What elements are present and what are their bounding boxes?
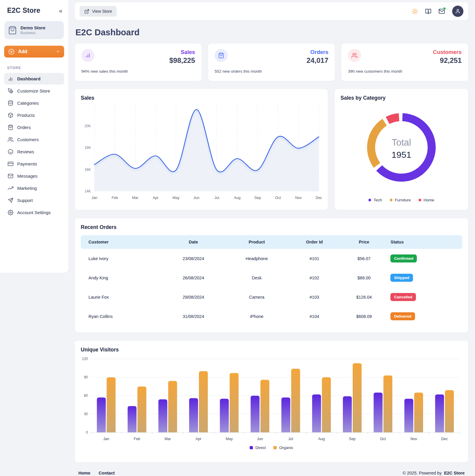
bar-direct-jun (251, 396, 259, 432)
sidebar-item-messages[interactable]: Messages (4, 170, 64, 182)
bar-direct-aug (312, 394, 321, 432)
svg-text:Apr: Apr (153, 196, 158, 200)
copyright-text: © 2025. Powered by (403, 471, 442, 475)
database-icon (8, 100, 13, 106)
bar-organic-jan (107, 377, 115, 432)
charts-row: Sales JanFebMarAprMayJunJulAugSepOctNovD… (75, 89, 468, 210)
user-icon (455, 9, 460, 14)
gear-icon (8, 210, 13, 215)
brand-title: E2C Store (7, 7, 40, 15)
orders-bag-icon (215, 49, 228, 62)
send-icon (8, 198, 13, 203)
topbar: View Store (75, 2, 468, 20)
status-badge: Confirmed (390, 254, 417, 262)
sidebar-item-reviews[interactable]: Reviews (4, 146, 64, 157)
theme-toggle-button[interactable] (412, 8, 418, 15)
cell-date: 29/08/2024 (162, 287, 224, 307)
svg-text:Oct: Oct (380, 437, 386, 441)
customers-users-icon (348, 49, 361, 62)
sidebar-item-account-settings[interactable]: Account Settings (4, 207, 64, 218)
bar-direct-jan (97, 397, 106, 432)
user-avatar[interactable] (452, 6, 463, 17)
stat-caption: 390 new customers this month (348, 69, 462, 74)
add-button[interactable]: Add (4, 46, 64, 58)
footer-links: Home Contact (78, 471, 115, 475)
page: E2C Store « Demo Store Business Add STOR… (0, 0, 475, 475)
docs-button[interactable] (425, 8, 431, 15)
stat-card-customers: Customers 92,251 390 new customers this … (341, 44, 468, 81)
store-section-label: STORE (4, 66, 64, 73)
table-row: Luke Ivory 23/08/2024 Headphone #101 $56… (81, 249, 462, 268)
topbar-icons (412, 6, 463, 17)
cell-price: $56.07 (340, 249, 388, 268)
sidebar-item-label: Support (17, 198, 33, 203)
sidebar-item-products[interactable]: Products (4, 109, 64, 121)
chevron-down-icon (56, 50, 60, 54)
credit-card-icon (8, 161, 13, 167)
svg-text:Jan: Jan (91, 196, 97, 200)
bar-direct-oct (374, 393, 383, 432)
package-icon (8, 112, 13, 118)
unique-visitors-bar-chart: 0306090120JanFebMarAprMayJunJulAugSepOct… (81, 353, 462, 442)
stat-value: 24,017 (307, 56, 328, 65)
cell-order-id: #103 (289, 287, 340, 307)
svg-text:Apr: Apr (196, 437, 201, 441)
table-row: Laurie Fox 29/08/2024 Camera #103 $126.0… (81, 287, 462, 307)
cell-date: 23/08/2024 (162, 249, 224, 268)
svg-text:Sep: Sep (349, 437, 355, 441)
sidebar-item-payments[interactable]: Payments (4, 158, 64, 170)
store-name: Demo Store (20, 25, 45, 30)
cell-order-id: #102 (289, 268, 340, 287)
sidebar-item-support[interactable]: Support (4, 195, 64, 206)
category-donut-chart: Total 1951 (341, 102, 462, 195)
sidebar-item-dashboard[interactable]: Dashboard (4, 73, 64, 85)
sidebar-item-customers[interactable]: Customers (4, 134, 64, 145)
book-open-icon (425, 8, 431, 15)
svg-text:120: 120 (82, 357, 88, 361)
table-row: Andy King 26/08/2024 Desk #102 $88.00 Sh… (81, 268, 462, 287)
svg-text:Jan: Jan (103, 437, 109, 441)
sidebar-item-customize-store[interactable]: Customize Store (4, 85, 64, 97)
column-header-product: Product (225, 235, 289, 249)
cell-date: 26/08/2024 (162, 268, 224, 287)
footer-copyright: © 2025. Powered byE2C Store (403, 471, 465, 475)
svg-text:60: 60 (84, 394, 88, 398)
line-chart-svg: JanFebMarAprMayJunJulAugSepOctNovDec14K1… (81, 101, 322, 202)
cell-customer: Laurie Fox (81, 287, 162, 307)
sidebar-item-orders[interactable]: Orders (4, 122, 64, 133)
sidebar-item-label: Reviews (17, 149, 34, 154)
sales-chart-icon (81, 49, 94, 62)
store-selector[interactable]: Demo Store Business (4, 21, 64, 39)
mail-icon (8, 173, 13, 179)
footer-link-home[interactable]: Home (78, 471, 90, 475)
inbox-button[interactable] (438, 8, 445, 15)
sidebar-collapse-button[interactable]: « (59, 8, 62, 14)
sidebar-item-marketing[interactable]: Marketing (4, 182, 64, 194)
svg-text:0: 0 (86, 430, 88, 434)
svg-text:Mar: Mar (164, 437, 171, 441)
svg-text:Feb: Feb (134, 437, 140, 441)
footer-link-contact[interactable]: Contact (99, 471, 115, 475)
sidebar-item-label: Dashboard (17, 76, 40, 81)
legend-label: Furniture (395, 198, 411, 202)
donut-segment-home (388, 117, 399, 120)
bar-organic-oct (384, 375, 392, 432)
bar-organic-dec (445, 390, 454, 432)
cell-customer: Ryan Collins (81, 307, 162, 326)
svg-text:18K: 18K (85, 146, 91, 150)
sidebar-item-categories[interactable]: Categories (4, 97, 64, 109)
cell-customer: Andy King (81, 268, 162, 287)
stat-value: $98,225 (169, 56, 195, 65)
svg-text:14K: 14K (85, 189, 91, 193)
sidebar-item-label: Orders (17, 125, 31, 130)
visitors-legend: Direct Organic (81, 445, 462, 450)
svg-text:Dec: Dec (316, 196, 322, 200)
bar-direct-sep (343, 396, 352, 432)
sidebar-item-label: Messages (17, 173, 37, 179)
legend-item-furniture: Furniture (390, 198, 411, 202)
svg-text:30: 30 (84, 412, 88, 416)
legend-item-organic: Organic (273, 445, 293, 450)
svg-text:Nov: Nov (411, 437, 417, 441)
view-store-button[interactable]: View Store (80, 6, 117, 17)
sales-line-chart: JanFebMarAprMayJunJulAugSepOctNovDec14K1… (81, 101, 322, 202)
